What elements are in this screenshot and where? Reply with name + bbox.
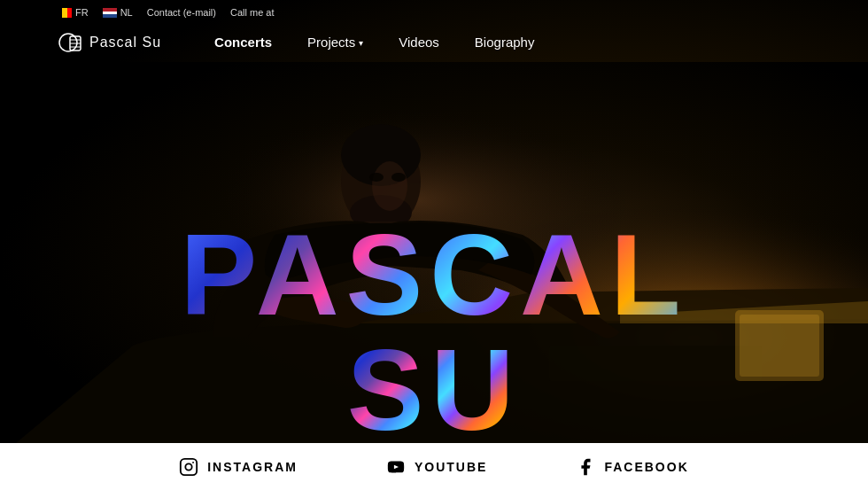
hero-section: PASCAL SU <box>0 0 868 456</box>
main-nav: Concerts Projects ▾ Videos Biography <box>214 35 534 50</box>
nav-projects[interactable]: Projects ▾ <box>307 35 363 50</box>
logo-icon <box>58 29 84 56</box>
nav-biography[interactable]: Biography <box>475 35 535 50</box>
svg-point-10 <box>372 161 407 211</box>
nav-bar: Pascal Su Concerts Projects ▾ Videos Bio… <box>0 0 868 66</box>
svg-point-11 <box>369 173 384 182</box>
facebook-icon <box>576 457 595 477</box>
logo-text: Pascal Su <box>89 35 161 51</box>
svg-point-20 <box>192 462 194 463</box>
youtube-link[interactable]: YOUTUBE <box>386 457 487 477</box>
svg-point-12 <box>391 173 406 182</box>
instagram-icon <box>179 457 198 477</box>
nav-videos[interactable]: Videos <box>399 35 439 50</box>
facebook-link[interactable]: FACEBOOK <box>576 457 688 477</box>
svg-rect-18 <box>181 458 197 474</box>
svg-rect-5 <box>740 315 819 377</box>
svg-point-19 <box>186 463 192 470</box>
logo[interactable]: Pascal Su <box>58 29 161 56</box>
hero-scene-svg <box>0 62 868 456</box>
svg-rect-3 <box>549 346 762 381</box>
footer-social-bar: INSTAGRAM YOUTUBE FACEBOOK <box>0 443 868 490</box>
chevron-down-icon: ▾ <box>359 38 363 48</box>
nav-concerts[interactable]: Concerts <box>214 35 272 50</box>
facebook-label: FACEBOOK <box>604 460 688 474</box>
youtube-label: YOUTUBE <box>415 460 487 474</box>
instagram-link[interactable]: INSTAGRAM <box>179 457 298 477</box>
youtube-icon <box>386 457 406 477</box>
instagram-label: INSTAGRAM <box>207 460 298 474</box>
